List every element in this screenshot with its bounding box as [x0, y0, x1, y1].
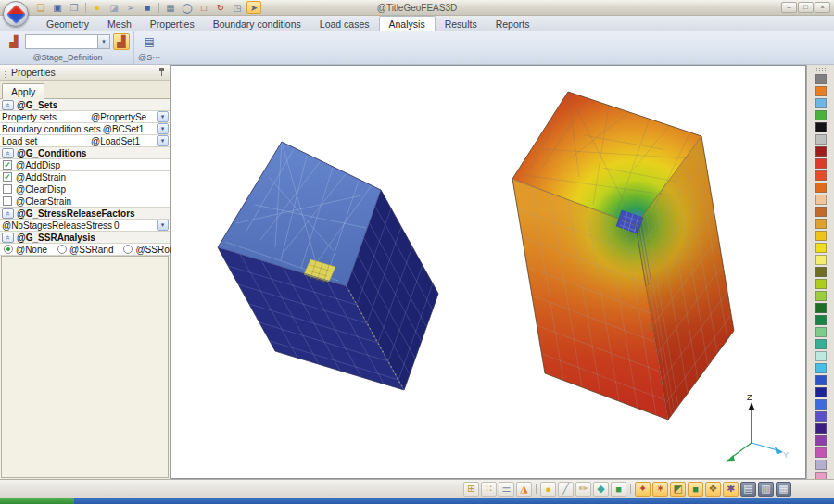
palette-color-17[interactable] [815, 267, 827, 277]
tab-mesh[interactable]: Mesh [98, 17, 141, 31]
maximize-button[interactable]: □ [798, 2, 814, 13]
palette-color-31[interactable] [815, 435, 827, 446]
application-menu-button[interactable] [3, 1, 29, 27]
snap-grid-icon[interactable]: ∷ [481, 482, 497, 497]
property-group-g-conditions[interactable]: «@G_Conditions [0, 147, 170, 159]
stage-select[interactable]: ▾ [25, 34, 110, 49]
palette-color-22[interactable] [815, 327, 827, 337]
collapse-chevron-icon[interactable]: « [2, 100, 14, 110]
palette-color-4[interactable] [815, 110, 827, 120]
property-group-g-ssranalysis[interactable]: «@G_SSRAnalysis [0, 232, 170, 244]
minimize-button[interactable]: – [781, 2, 797, 13]
property-group-g-stressreleasefactors[interactable]: «@G_StressReleaseFactors [0, 208, 170, 220]
face-tool-icon[interactable]: ◆ [593, 482, 609, 497]
dropdown-arrow-icon[interactable]: ▾ [157, 135, 169, 146]
collapse-chevron-icon[interactable]: « [2, 148, 14, 158]
property-value[interactable]: @BCSet1 [103, 124, 157, 134]
display-wireframe-icon[interactable]: ▤ [740, 482, 756, 497]
palette-color-3[interactable] [815, 98, 827, 108]
palette-color-12[interactable] [815, 207, 827, 217]
tab-boundary-conditions[interactable]: Boundary conditions [204, 17, 310, 31]
palette-color-32[interactable] [815, 447, 827, 458]
pin-icon[interactable] [158, 68, 166, 77]
palette-color-25[interactable] [815, 363, 827, 373]
palette-color-23[interactable] [815, 339, 827, 349]
property-value[interactable]: @PropertySe [91, 112, 157, 122]
dropdown-arrow-icon[interactable]: ▾ [157, 220, 169, 231]
rotate-view-icon[interactable]: ↻ [213, 1, 228, 14]
select-all-icon[interactable]: ❖ [705, 482, 721, 497]
save-icon[interactable]: ▣ [50, 1, 65, 14]
palette-color-15[interactable] [815, 243, 827, 253]
select-face-icon[interactable]: ◩ [670, 482, 686, 497]
palette-color-33[interactable] [815, 460, 827, 470]
palette-color-14[interactable] [815, 231, 827, 241]
checkbox-adddisp[interactable]: ✓ [3, 160, 12, 170]
capture-icon[interactable]: ▦ [163, 1, 178, 14]
select-icon[interactable]: ➤ [246, 1, 261, 14]
palette-color-9[interactable] [815, 170, 827, 181]
palette-color-2[interactable] [815, 86, 827, 96]
result-contour-model[interactable] [512, 92, 734, 420]
dropdown-arrow-icon[interactable]: ▾ [157, 123, 169, 134]
stage-icon[interactable]: ▟ [6, 33, 22, 50]
stage-save-icon[interactable]: ▤ [141, 33, 158, 50]
palette-color-29[interactable] [815, 411, 827, 422]
property-value[interactable]: @LoadSet1 [91, 136, 157, 146]
line-tool-icon[interactable]: ╱ [558, 482, 574, 497]
palette-color-28[interactable] [815, 399, 827, 410]
palette-color-8[interactable] [815, 158, 827, 169]
close-button[interactable]: × [815, 2, 830, 13]
palette-color-26[interactable] [815, 375, 827, 385]
combo-caret-icon[interactable]: ▾ [97, 35, 109, 48]
checkbox-addstrain[interactable]: ✓ [3, 172, 12, 182]
view-grid-icon[interactable]: ⊞ [463, 482, 479, 497]
palette-color-7[interactable] [815, 146, 827, 157]
palette-color-16[interactable] [815, 255, 827, 265]
plot-icon[interactable]: ◳ [230, 1, 245, 14]
checkbox-cleardisp[interactable] [3, 184, 12, 194]
palette-color-10[interactable] [815, 183, 827, 193]
palette-color-27[interactable] [815, 387, 827, 397]
selection-filter-icon[interactable]: ✱ [723, 482, 739, 497]
polyline-tool-icon[interactable]: ✏ [575, 482, 591, 497]
select-solid-icon[interactable]: ■ [688, 482, 703, 497]
solid-tool-icon[interactable]: ■ [611, 482, 626, 497]
zoom-icon[interactable]: ◯ [180, 1, 195, 14]
zoom-window-icon[interactable]: □ [196, 1, 211, 14]
view-cube-icon[interactable]: ■ [140, 1, 155, 14]
palette-color-21[interactable] [815, 315, 827, 325]
palette-color-19[interactable] [815, 291, 827, 301]
tab-properties[interactable]: Properties [141, 17, 204, 31]
light-icon[interactable]: ● [90, 1, 105, 14]
viewport-canvas[interactable]: Z Y [171, 66, 805, 478]
palette-color-1[interactable] [815, 74, 827, 84]
stage-run-button[interactable]: ▟ [113, 33, 130, 50]
palette-color-5[interactable] [815, 122, 827, 132]
palette-color-20[interactable] [815, 303, 827, 313]
select-node-icon[interactable]: ✦ [635, 482, 651, 497]
collapse-chevron-icon[interactable]: « [2, 208, 14, 219]
checkbox-clearstrain[interactable] [3, 196, 12, 206]
tab-geometry[interactable]: Geometry [37, 17, 98, 31]
display-rendered-icon[interactable]: ▦ [776, 482, 791, 497]
palette-color-13[interactable] [815, 219, 827, 229]
tab-load-cases[interactable]: Load cases [310, 17, 379, 31]
layers-icon[interactable]: ☰ [499, 482, 514, 497]
property-group-g-sets[interactable]: «@G_Sets [0, 99, 170, 111]
initial-mesh-model[interactable] [218, 142, 438, 390]
palette-color-24[interactable] [815, 351, 827, 361]
property-value[interactable]: 0 [114, 220, 157, 231]
pick-icon[interactable]: ➢ [123, 1, 138, 14]
palette-color-11[interactable] [815, 195, 827, 205]
eraser-icon[interactable]: ◪ [107, 1, 121, 14]
palette-color-34[interactable] [815, 472, 827, 479]
palette-color-6[interactable] [815, 134, 827, 145]
tab-analysis[interactable]: Analysis [379, 16, 436, 31]
start-button[interactable] [0, 498, 74, 504]
tab-reports[interactable]: Reports [486, 17, 539, 31]
radio-ssrand[interactable]: @SSRand [57, 245, 113, 255]
palette-color-30[interactable] [815, 423, 827, 434]
dropdown-arrow-icon[interactable]: ▾ [157, 111, 169, 122]
viewport[interactable]: Z Y [171, 65, 806, 479]
